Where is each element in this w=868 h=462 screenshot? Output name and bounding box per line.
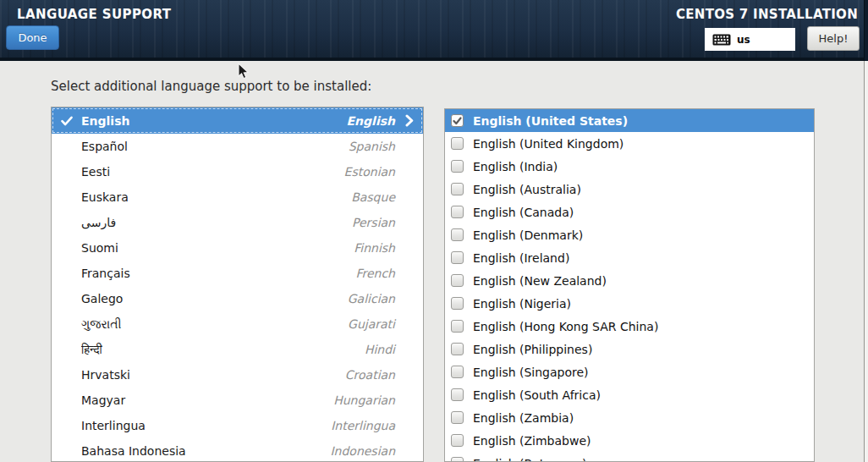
locale-row[interactable]: English (Zambia) [445,406,814,429]
locale-checkbox[interactable] [451,137,464,150]
language-row[interactable]: Français French [52,261,423,286]
locale-checkbox[interactable] [451,457,464,462]
language-native-name: Euskara [81,190,351,204]
locale-checkbox[interactable] [451,114,464,127]
language-native-name: हिन्दी [81,343,365,357]
language-row[interactable]: ગુજરાતી Gujarati [52,311,423,337]
keyboard-layout-label: us [737,34,750,46]
language-row[interactable]: English English [52,107,423,134]
locale-checkbox[interactable] [451,343,464,355]
locale-checkbox[interactable] [451,274,464,287]
locale-checkbox[interactable] [451,411,464,424]
locale-label: English (India) [473,160,558,173]
locale-label: English (South Africa) [473,388,601,402]
locale-row[interactable]: English (Singapore) [445,360,814,383]
language-native-name: Bahasa Indonesia [81,444,330,458]
language-english-name: Finnish [354,241,395,255]
language-row[interactable]: Galego Galician [52,286,423,311]
locale-checkbox[interactable] [451,320,464,333]
locale-row[interactable]: English (New Zealand) [445,269,814,292]
help-button[interactable]: Help! [807,26,860,51]
language-row[interactable]: Suomi Finnish [52,235,423,261]
language-english-name: French [355,267,395,280]
locale-row[interactable]: English (Denmark) [445,223,814,246]
keyboard-layout-indicator[interactable]: us [705,28,795,51]
check-icon [52,116,81,126]
locale-checkbox[interactable] [451,228,464,241]
language-row[interactable]: فارسی Persian [52,210,423,235]
language-row[interactable]: Hrvatski Croatian [52,362,423,388]
language-english-name: Estonian [344,165,395,179]
locale-label: English (Botswana) [473,457,586,462]
locale-checkbox[interactable] [451,160,464,173]
locale-row[interactable]: English (United States) [445,109,814,132]
language-native-name: English [81,114,347,128]
language-native-name: Suomi [81,241,354,255]
language-english-name: Hindi [365,343,395,356]
keyboard-icon [712,34,731,46]
product-title: CENTOS 7 INSTALLATION [676,7,858,22]
locale-label: English (Australia) [473,183,581,196]
locale-row[interactable]: English (Australia) [445,178,814,201]
language-support-screen: LANGUAGE SUPPORT Done CENTOS 7 INSTALLAT… [0,0,868,462]
language-row[interactable]: Interlingua Interlingua [52,413,423,438]
page-title: LANGUAGE SUPPORT [17,7,171,22]
language-row[interactable]: Español Spanish [52,134,423,159]
done-button[interactable]: Done [6,25,59,50]
language-english-name: Interlingua [331,419,395,432]
language-native-name: ગુજરાતી [81,317,348,332]
locale-row[interactable]: English (Philippines) [445,338,814,360]
language-row[interactable]: Euskara Basque [52,184,423,210]
locale-row[interactable]: English (Hong Kong SAR China) [445,315,814,338]
locale-checkbox[interactable] [451,366,464,378]
language-english-name: Basque [351,190,395,204]
window-edge-top [864,0,868,61]
locale-row[interactable]: English (Botswana) [445,452,814,462]
locale-checkbox[interactable] [451,297,464,310]
language-native-name: Interlingua [81,419,331,432]
locale-label: English (Singapore) [473,366,589,379]
locale-label: English (Zambia) [473,411,574,425]
language-list[interactable]: English English Español Spanish Eesti Es… [51,107,424,462]
language-native-name: Français [81,267,355,280]
locale-checkbox[interactable] [451,206,464,218]
language-row[interactable]: Magyar Hungarian [52,388,423,413]
locale-checkbox[interactable] [451,251,464,264]
mouse-pointer [238,63,250,81]
locale-label: English (Hong Kong SAR China) [473,320,658,333]
window-edge [864,61,868,462]
locale-label: English (Philippines) [473,343,592,356]
locale-row[interactable]: English (Canada) [445,201,814,223]
locale-list[interactable]: English (United States) English (United … [444,108,815,462]
locale-row[interactable]: English (South Africa) [445,383,814,406]
locale-label: English (Denmark) [473,228,583,242]
language-row[interactable]: Eesti Estonian [52,159,423,184]
language-native-name: فارسی [81,216,352,229]
locale-checkbox[interactable] [451,388,464,401]
locale-label: English (New Zealand) [473,274,607,288]
locale-row[interactable]: English (India) [445,155,814,178]
language-english-name: Persian [352,216,395,229]
language-row[interactable]: हिन्दी Hindi [52,337,423,362]
locale-label: English (Ireland) [473,251,569,265]
locale-row[interactable]: English (Ireland) [445,246,814,269]
locale-row[interactable]: English (United Kingdom) [445,132,814,155]
language-row[interactable]: Bahasa Indonesia Indonesian [52,438,423,462]
language-english-name: Gujarati [348,317,395,331]
header-bar: LANGUAGE SUPPORT Done CENTOS 7 INSTALLAT… [0,0,868,61]
instruction-text: Select additional language support to be… [51,79,371,94]
language-native-name: Español [81,140,349,153]
locale-row[interactable]: English (Zimbabwe) [445,429,814,452]
language-native-name: Eesti [81,165,344,179]
locale-row[interactable]: English (Nigeria) [445,292,814,315]
language-native-name: Magyar [81,393,333,407]
locale-checkbox[interactable] [451,434,464,447]
language-english-name: Galician [348,292,395,305]
locale-label: English (United Kingdom) [473,137,624,151]
locale-label: English (United States) [473,114,628,128]
chevron-right-icon [395,114,423,127]
locale-checkbox[interactable] [451,183,464,195]
locale-label: English (Zimbabwe) [473,434,591,448]
locale-label: English (Canada) [473,206,574,219]
locale-label: English (Nigeria) [473,297,571,311]
